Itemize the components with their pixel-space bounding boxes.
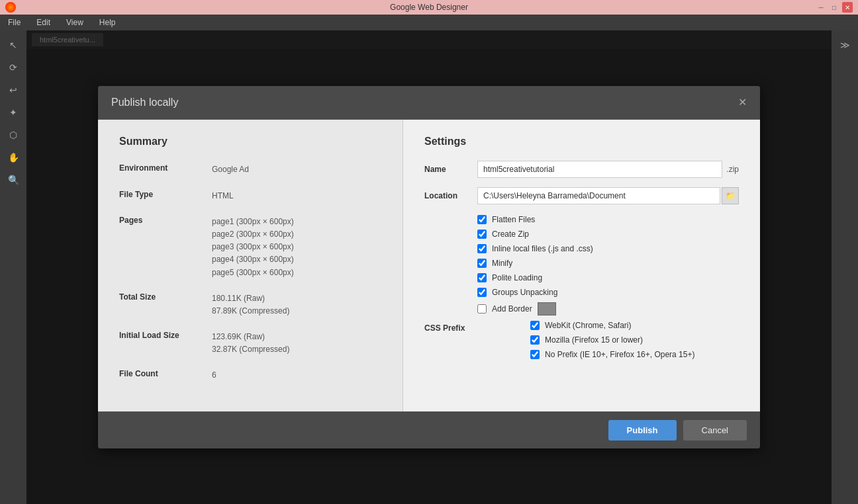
summary-environment-value: Google Ad xyxy=(212,163,249,176)
menu-view[interactable]: View xyxy=(64,17,86,28)
select-tool-icon[interactable]: ↖ xyxy=(4,36,23,54)
summary-totalsize-value: 180.11K (Raw) 87.89K (Compressed) xyxy=(212,292,289,317)
summary-filecount-label: File Count xyxy=(119,369,212,378)
close-button[interactable]: ✕ xyxy=(842,2,853,13)
modal-close-button[interactable]: ✕ xyxy=(738,97,747,108)
minify-label: Minify xyxy=(492,259,512,268)
flatten-files-item: Flatten Files xyxy=(477,215,739,224)
groups-unpacking-item: Groups Unpacking xyxy=(477,288,739,297)
minify-item: Minify xyxy=(477,259,739,268)
name-input[interactable] xyxy=(477,161,722,178)
left-sidebar: ↖ ⟳ ↩ ✦ ⬡ ✋ 🔍 xyxy=(0,30,26,504)
menu-edit[interactable]: Edit xyxy=(34,17,53,28)
summary-environment-label: Environment xyxy=(119,163,212,173)
groups-unpacking-label: Groups Unpacking xyxy=(492,288,557,297)
location-field-row: Location 📁 xyxy=(424,187,739,204)
app-icon xyxy=(5,2,16,13)
minimize-button[interactable]: ─ xyxy=(816,2,826,13)
groups-unpacking-checkbox[interactable] xyxy=(477,288,487,297)
create-zip-item: Create Zip xyxy=(477,230,739,239)
summary-heading: Summary xyxy=(119,136,381,147)
polite-loading-item: Polite Loading xyxy=(477,273,739,282)
add-border-label: Add Border xyxy=(492,304,532,314)
menu-bar: File Edit View Help xyxy=(0,15,858,30)
inline-local-item: Inline local files (.js and .css) xyxy=(477,244,739,253)
summary-panel: Summary Environment Google Ad File Type … xyxy=(98,120,403,411)
right-sidebar: ≫ xyxy=(832,30,858,504)
flatten-files-label: Flatten Files xyxy=(492,215,535,224)
modal-footer: Publish Cancel xyxy=(98,411,760,448)
window-controls: ─ □ ✕ xyxy=(816,2,853,13)
hand-tool-icon[interactable]: ✋ xyxy=(4,148,23,167)
location-input[interactable] xyxy=(477,187,720,204)
css-prefix-section: CSS Prefix WebKit (Chrome, Safari) Mozil… xyxy=(424,321,739,364)
summary-environment-row: Environment Google Ad xyxy=(119,163,381,176)
modal-header: Publish locally ✕ xyxy=(98,86,760,120)
add-border-item: Add Border xyxy=(477,302,739,315)
inline-local-checkbox[interactable] xyxy=(477,244,487,253)
flatten-files-checkbox[interactable] xyxy=(477,215,487,224)
polite-loading-checkbox[interactable] xyxy=(477,273,487,282)
menu-help[interactable]: Help xyxy=(97,17,119,28)
maximize-button[interactable]: □ xyxy=(829,2,839,13)
browse-button[interactable]: 📁 xyxy=(722,187,739,204)
summary-initialsize-value: 123.69K (Raw) 32.87K (Compressed) xyxy=(212,331,289,356)
summary-filetype-value: HTML xyxy=(212,190,234,202)
summary-initialsize-label: Initial Load Size xyxy=(119,331,212,340)
mozilla-prefix-label: Mozilla (Firefox 15 or lower) xyxy=(545,335,643,345)
main-content: html5creativetu... Publish locally ✕ Sum… xyxy=(26,30,832,504)
modal-title: Publish locally xyxy=(111,97,178,108)
create-zip-label: Create Zip xyxy=(492,230,529,239)
summary-pages-row: Pages page1 (300px × 600px) page2 (300px… xyxy=(119,216,381,279)
mozilla-prefix-item: Mozilla (Firefox 15 or lower) xyxy=(530,335,694,345)
create-zip-checkbox[interactable] xyxy=(477,230,487,239)
name-suffix: .zip xyxy=(726,165,739,174)
noprefix-label: No Prefix (IE 10+, Firefox 16+, Opera 15… xyxy=(545,350,694,359)
summary-filecount-row: File Count 6 xyxy=(119,369,381,382)
summary-filetype-label: File Type xyxy=(119,190,212,199)
zoom-tool-icon[interactable]: 🔍 xyxy=(4,171,23,189)
summary-totalsize-label: Total Size xyxy=(119,292,212,302)
publish-dialog: Publish locally ✕ Summary Environment Go… xyxy=(98,86,760,448)
add-border-checkbox[interactable] xyxy=(477,304,487,314)
shape-tool-icon[interactable]: ✦ xyxy=(4,103,23,122)
summary-totalsize-row: Total Size 180.11K (Raw) 87.89K (Compres… xyxy=(119,292,381,317)
modal-overlay: Publish locally ✕ Summary Environment Go… xyxy=(26,30,832,504)
checkbox-group: Flatten Files Create Zip Inline local fi… xyxy=(477,215,739,315)
publish-button[interactable]: Publish xyxy=(608,420,677,441)
minify-checkbox[interactable] xyxy=(477,259,487,268)
css-prefix-options: WebKit (Chrome, Safari) Mozilla (Firefox… xyxy=(530,321,694,364)
summary-filetype-row: File Type HTML xyxy=(119,190,381,202)
summary-initialsize-row: Initial Load Size 123.69K (Raw) 32.87K (… xyxy=(119,331,381,356)
title-bar: Google Web Designer ─ □ ✕ xyxy=(0,0,858,15)
app-body: ↖ ⟳ ↩ ✦ ⬡ ✋ 🔍 html5creativetu... Publish… xyxy=(0,30,858,504)
summary-filecount-value: 6 xyxy=(212,369,216,382)
webkit-prefix-checkbox[interactable] xyxy=(530,321,540,330)
menu-file[interactable]: File xyxy=(5,17,23,28)
window-title: Google Web Designer xyxy=(390,3,468,12)
inline-local-label: Inline local files (.js and .css) xyxy=(492,244,593,253)
summary-pages-value: page1 (300px × 600px) page2 (300px × 600… xyxy=(212,216,294,279)
hex-tool-icon[interactable]: ⬡ xyxy=(4,126,23,144)
border-color-swatch[interactable] xyxy=(538,302,556,315)
panel-toggle-icon[interactable]: ≫ xyxy=(835,36,854,54)
css-prefix-label: CSS Prefix xyxy=(424,321,477,333)
rotate-tool-icon[interactable]: ⟳ xyxy=(4,58,23,77)
webkit-prefix-item: WebKit (Chrome, Safari) xyxy=(530,321,694,330)
undo-tool-icon[interactable]: ↩ xyxy=(4,81,23,99)
settings-heading: Settings xyxy=(424,136,739,147)
webkit-prefix-label: WebKit (Chrome, Safari) xyxy=(545,321,631,330)
noprefix-item: No Prefix (IE 10+, Firefox 16+, Opera 15… xyxy=(530,350,694,359)
name-field-row: Name .zip xyxy=(424,161,739,178)
summary-pages-label: Pages xyxy=(119,216,212,225)
polite-loading-label: Polite Loading xyxy=(492,273,542,282)
cancel-button[interactable]: Cancel xyxy=(683,420,747,441)
settings-panel: Settings Name .zip Location 📁 xyxy=(403,120,760,411)
location-field-label: Location xyxy=(424,191,477,200)
mozilla-prefix-checkbox[interactable] xyxy=(530,335,540,345)
modal-body: Summary Environment Google Ad File Type … xyxy=(98,120,760,411)
name-field-label: Name xyxy=(424,165,477,174)
noprefix-checkbox[interactable] xyxy=(530,350,540,359)
